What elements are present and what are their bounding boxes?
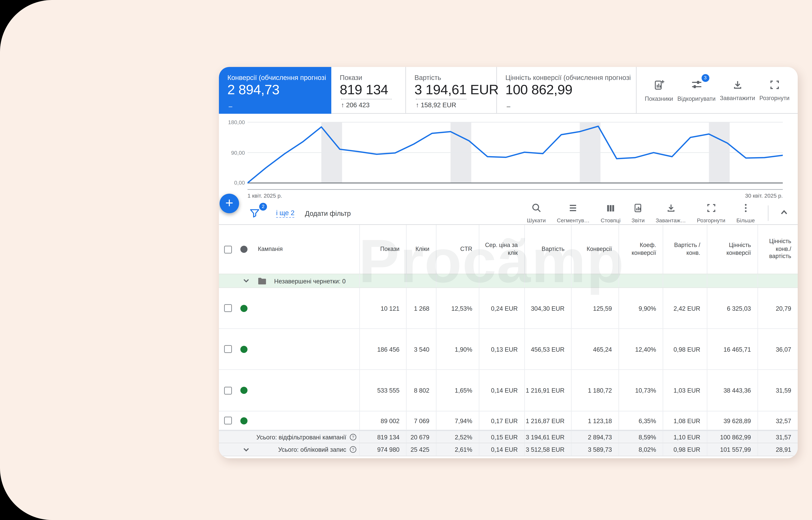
metric-cell: 12,40% xyxy=(618,329,663,369)
expand-table-button[interactable]: Розгорнути xyxy=(697,203,725,223)
metric-cell: 1 123,18 xyxy=(571,412,618,430)
metric-cell: 125,59 xyxy=(571,288,618,328)
row-checkbox[interactable] xyxy=(224,304,232,312)
drafts-cell xyxy=(359,274,406,287)
select-all-checkbox[interactable] xyxy=(224,245,232,253)
totals-metric-cell: 3 194,61 EUR xyxy=(524,431,571,443)
metric-cell: 304,30 EUR xyxy=(524,288,571,328)
column-header[interactable]: CTR xyxy=(436,225,479,274)
segment-button[interactable]: Сегментув… xyxy=(557,203,590,223)
svg-text:?: ? xyxy=(352,435,354,439)
search-icon xyxy=(531,203,541,215)
metric-cell: 0,13 EUR xyxy=(479,329,524,369)
add-filter-button[interactable]: Додати фільтр xyxy=(305,209,351,217)
status-filter-dot xyxy=(240,246,248,253)
table-row: 89 0027 0697,94%0,17 EUR1 216,87 EUR1 12… xyxy=(219,412,798,430)
chart-toolbar: Показники 3 Відкоригувати Завантажити Ро… xyxy=(637,67,798,113)
column-header[interactable]: Покази xyxy=(359,225,406,274)
filter-count-badge: 2 xyxy=(259,203,267,210)
folder-icon xyxy=(258,277,266,284)
column-header[interactable]: Цінність конв./ вартість xyxy=(757,225,798,274)
y-axis-tick: 180,00 xyxy=(219,119,245,126)
segment-icon xyxy=(568,203,579,215)
totals-metric-cell: 25 425 xyxy=(406,443,436,456)
metric-cell: 456,53 EUR xyxy=(524,329,571,369)
column-header[interactable]: Вартість / конв. xyxy=(663,225,707,274)
adjust-badge: 3 xyxy=(701,74,709,82)
more-filters-link[interactable]: і ще 2 xyxy=(276,208,295,217)
metric-cell: 12,53% xyxy=(436,288,479,328)
download-table-button[interactable]: Завантаж… xyxy=(656,203,686,223)
reports-icon xyxy=(633,203,643,215)
expand-button[interactable]: Розгорнути xyxy=(759,79,789,101)
metric-cell: 1 180,72 xyxy=(571,370,618,411)
metrics-button[interactable]: Показники xyxy=(645,78,673,102)
metric-cell: 9,90% xyxy=(618,288,663,328)
metric-cell: 38 443,36 xyxy=(707,370,757,411)
campaign-header-label[interactable]: Кампанія xyxy=(258,245,283,253)
more-button[interactable]: Більше xyxy=(736,203,755,223)
more-icon xyxy=(740,203,751,215)
filter-bar: 2 і ще 2 Додати фільтр Шукати Сегментув…… xyxy=(219,202,798,225)
stage: Procãmp Конверсії (обчислення прогнозів.… xyxy=(0,0,812,520)
row-checkbox[interactable] xyxy=(224,345,232,353)
help-icon[interactable]: ? xyxy=(349,433,357,440)
chevron-down-icon[interactable] xyxy=(242,277,250,285)
metric-cell: 0,98 EUR xyxy=(663,329,707,369)
adjust-button[interactable]: 3 Відкоригувати xyxy=(677,78,716,102)
columns-button[interactable]: Стовпці xyxy=(601,203,620,223)
column-header[interactable]: Вартість xyxy=(524,225,571,274)
totals-metric-cell: 2,52% xyxy=(436,431,479,443)
button-label: Завантажити xyxy=(720,95,755,101)
collapse-table-button[interactable] xyxy=(779,207,789,220)
row-checkbox[interactable] xyxy=(224,417,232,424)
drafts-row-label: Незавершені чернетки: 0 xyxy=(274,277,345,284)
row-checkbox[interactable] xyxy=(224,386,232,394)
column-header[interactable]: Коеф. конверсії xyxy=(618,225,663,274)
scorecards-row: Конверсії (обчислення прогнозів...) 2 89… xyxy=(219,67,798,114)
scorecard-conversion-value[interactable]: Цінність конверсії (обчислення прогнозів… xyxy=(497,67,637,114)
totals-metric-cell: 2,61% xyxy=(436,443,479,456)
scorecard-value: 2 894,73 xyxy=(227,82,279,98)
scorecard-conversions[interactable]: Конверсії (обчислення прогнозів...) 2 89… xyxy=(219,67,331,114)
table-actions: Шукати Сегментув… Стовпці Звіти Завантаж… xyxy=(527,203,755,223)
help-icon[interactable]: ? xyxy=(349,446,357,453)
metric-cell: 1 216,87 EUR xyxy=(524,412,571,430)
drafts-cell xyxy=(436,274,479,287)
campaign-column-header[interactable]: Кампанія xyxy=(219,225,359,274)
chevron-down-icon[interactable] xyxy=(242,446,250,453)
chart-timeline-scrubber[interactable] xyxy=(248,189,783,190)
drafts-row[interactable]: Незавершені чернетки: 0 xyxy=(219,274,798,288)
metric-cell: 1,65% xyxy=(436,370,479,411)
campaign-cell xyxy=(219,329,359,369)
column-header[interactable]: Сер. ціна за клік xyxy=(479,225,524,274)
add-campaign-button[interactable]: + xyxy=(220,194,239,213)
button-label: Сегментув… xyxy=(557,217,590,223)
scorecard-delta: ↑ 206 423 xyxy=(341,101,370,108)
drafts-cell xyxy=(524,274,571,287)
column-header[interactable]: Кліки xyxy=(406,225,436,274)
search-button[interactable]: Шукати xyxy=(527,203,546,223)
scorecard-delta: – xyxy=(229,103,232,110)
status-enabled-dot xyxy=(240,417,248,424)
button-label: Більше xyxy=(736,217,755,223)
metric-cell: 6 325,03 xyxy=(707,288,757,328)
divider xyxy=(768,205,768,221)
scorecard-value: 100 862,99 xyxy=(505,82,572,98)
metric-cell: 8 802 xyxy=(406,370,436,411)
filter-button[interactable]: 2 xyxy=(249,207,260,219)
metric-cell: 7 069 xyxy=(406,412,436,430)
download-button[interactable]: Завантажити xyxy=(720,79,755,101)
column-header[interactable]: Цінність конверсії xyxy=(707,225,757,274)
scorecard-value: 819 134 xyxy=(340,82,388,98)
chart-plot-area xyxy=(248,122,783,184)
expand-icon xyxy=(769,79,780,93)
reports-button[interactable]: Звіти xyxy=(632,203,645,223)
scorecard-cost[interactable]: Вартість 3 194,61 EUR ↑ 158,92 EUR xyxy=(406,67,497,114)
totals-metric-cell: 3 512,58 EUR xyxy=(524,443,571,456)
drafts-cell xyxy=(663,274,707,287)
scorecard-impressions[interactable]: Покази 819 134 ↑ 206 423 xyxy=(331,67,406,114)
metric-cell: 39 628,89 xyxy=(707,412,757,430)
column-header[interactable]: Конверсії xyxy=(571,225,618,274)
button-label: Шукати xyxy=(527,217,546,223)
